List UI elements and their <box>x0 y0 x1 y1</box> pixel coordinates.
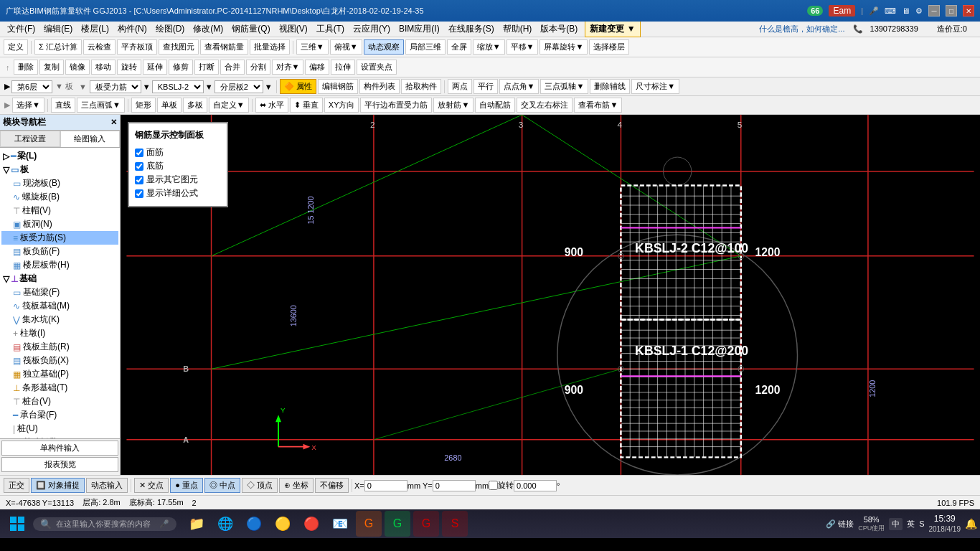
taskbar-email[interactable]: 📧 <box>327 511 353 537</box>
menu-tools[interactable]: 工具(T) <box>312 22 349 37</box>
floor-select[interactable]: 第6层 <box>11 80 52 93</box>
tab-project-settings[interactable]: 工程设置 <box>0 131 60 147</box>
mirror-button[interactable]: 镜像 <box>65 60 90 75</box>
copy-button[interactable]: 复制 <box>39 60 64 75</box>
stretch-button[interactable]: 拉伸 <box>331 60 355 75</box>
tree-item-col-cap[interactable]: ⊤ 柱帽(V) <box>1 204 118 217</box>
dynamic-input-button[interactable]: 动态输入 <box>86 478 128 493</box>
x-input[interactable] <box>364 480 407 491</box>
define-button[interactable]: 定义 <box>4 39 28 55</box>
menu-new-change[interactable]: 新建变更 ▼ <box>585 21 640 37</box>
tree-item-board-rebar-s[interactable]: ≡ 板受力筋(S) <box>1 231 118 245</box>
minimize-button[interactable]: ─ <box>928 5 940 17</box>
menu-draw[interactable]: 绘图(D) <box>151 22 189 37</box>
tree-item-cap-beam[interactable]: ━ 承台梁(F) <box>1 408 118 422</box>
auto-rebar-button[interactable]: 自动配筋 <box>475 98 515 113</box>
tree-item-board-hole[interactable]: ▣ 板洞(N) <box>1 217 118 231</box>
sidebar-close-icon[interactable]: ✕ <box>110 118 117 127</box>
menu-edit[interactable]: 编辑(E) <box>39 22 77 37</box>
set-grip-button[interactable]: 设置夹点 <box>357 60 397 75</box>
trim-button[interactable]: 修剪 <box>169 60 193 75</box>
cross-mark-button[interactable]: 交叉左右标注 <box>517 98 573 113</box>
show-other-checkbox[interactable] <box>135 176 143 184</box>
point-angle-button[interactable]: 点点角▼ <box>499 79 540 94</box>
delete-button[interactable]: 删除 <box>14 60 38 75</box>
menu-file[interactable]: 文件(F) <box>3 22 39 37</box>
3d-view-button[interactable]: 三维▼ <box>296 39 329 55</box>
tree-section-beam[interactable]: ▷ ━ 梁(L) <box>1 149 118 163</box>
vertical-button[interactable]: ⬍ 垂直 <box>290 98 323 113</box>
taskbar-redapp[interactable]: G <box>413 511 439 537</box>
rotate-button[interactable]: 屏幕旋转▼ <box>540 39 588 55</box>
select-mode-button[interactable]: 选择▼ <box>12 98 44 113</box>
tree-item-cast-board[interactable]: ▭ 现浇板(B) <box>1 176 118 190</box>
tree-item-strip-found[interactable]: ⊥ 条形基础(T) <box>1 381 118 395</box>
tree-item-floor-strip[interactable]: ▦ 楼层板带(H) <box>1 258 118 272</box>
menu-version[interactable]: 版本号(B) <box>536 22 582 37</box>
dynamic-view-button[interactable]: 动态观察 <box>364 39 404 55</box>
taskbar-gljd[interactable]: G <box>356 511 382 537</box>
vertex-button[interactable]: ◇ 顶点 <box>242 478 278 493</box>
taskbar-ie[interactable]: 🔵 <box>241 511 267 537</box>
zoom-button[interactable]: 缩放▼ <box>473 39 505 55</box>
time-display[interactable]: 15:39 2018/4/19 <box>929 514 961 534</box>
tab-draw-input[interactable]: 绘图输入 <box>60 131 121 147</box>
taskbar-edge[interactable]: 🌐 <box>212 511 238 537</box>
pan-button[interactable]: 平移▼ <box>507 39 539 55</box>
cloud-check-button[interactable]: 云检查 <box>83 39 116 55</box>
tree-item-spiral-board[interactable]: ∿ 螺旋板(B) <box>1 190 118 204</box>
pick-element-button[interactable]: 拾取构件 <box>401 79 441 94</box>
no-offset-button[interactable]: 不偏移 <box>315 478 349 493</box>
intersection-button[interactable]: ✕ 交点 <box>134 478 169 493</box>
tree-item-raft-main[interactable]: ▤ 筏板主筋(R) <box>1 340 118 354</box>
offset-button[interactable]: 偏移 <box>305 60 329 75</box>
parallel-button[interactable]: 平行 <box>473 79 498 94</box>
two-point-button[interactable]: 两点 <box>448 79 472 94</box>
taskbar-browser3[interactable]: 🔴 <box>298 511 324 537</box>
menu-cloud[interactable]: 云应用(Y) <box>349 22 395 37</box>
menu-element[interactable]: 构件(N) <box>113 22 151 37</box>
three-arc-button[interactable]: 三点弧轴▼ <box>540 79 588 94</box>
single-element-button[interactable]: 单构件输入 <box>1 441 118 456</box>
batch-select-button[interactable]: 批量选择 <box>250 39 290 55</box>
report-preview-button[interactable]: 报表预览 <box>1 457 118 472</box>
custom-button[interactable]: 自定义▼ <box>209 98 249 113</box>
tree-section-board[interactable]: ▽ ▭ 板 <box>1 163 118 176</box>
tree-item-raft[interactable]: ∿ 筏板基础(M) <box>1 299 118 313</box>
y-input[interactable] <box>433 480 476 491</box>
tree-item-raft-neg[interactable]: ▤ 筏板负筋(X) <box>1 354 118 367</box>
maximize-button[interactable]: □ <box>946 5 957 17</box>
center-button[interactable]: ◎ 中点 <box>204 478 240 493</box>
select-floor-button[interactable]: 选择楼层 <box>589 39 629 55</box>
menu-bim[interactable]: BIM应用(I) <box>395 22 444 37</box>
ortho-button[interactable]: 正交 <box>4 478 29 493</box>
extend-button[interactable]: 延伸 <box>143 60 167 75</box>
menu-view[interactable]: 视图(V) <box>275 22 312 37</box>
bottom-rebar-checkbox[interactable] <box>135 162 143 171</box>
view-rebar-button[interactable]: 查看钢筋量 <box>200 39 248 55</box>
taskbar-sapp[interactable]: S <box>442 511 468 537</box>
align-top-button[interactable]: 平齐板顶 <box>117 39 157 55</box>
property-button[interactable]: 🔶 属性 <box>280 79 316 94</box>
radial-button[interactable]: 放射筋▼ <box>433 98 473 113</box>
kbslj-select[interactable]: KBSLJ-2 <box>152 80 204 93</box>
rotate-checkbox[interactable] <box>489 481 498 490</box>
menu-rebar-qty[interactable]: 钢筋量(Q) <box>227 22 274 37</box>
single-slab-button[interactable]: 单板 <box>157 98 182 113</box>
parallel-rebar-button[interactable]: 平行边布置受力筋 <box>360 98 432 113</box>
edit-rebar-button[interactable]: 编辑钢筋 <box>318 79 358 94</box>
break-button[interactable]: 打断 <box>194 60 219 75</box>
fullscreen-button[interactable]: 全屏 <box>447 39 471 55</box>
close-button[interactable]: ✕ <box>963 5 974 17</box>
menu-modify[interactable]: 修改(M) <box>189 22 227 37</box>
cad-canvas-area[interactable]: 钢筋显示控制面板 面筋 底筋 显示其它图元 显示详细公式 <box>121 115 980 475</box>
notification-icon[interactable]: 🔔 <box>965 518 977 529</box>
tree-item-board-rebar-f[interactable]: ▤ 板负筋(F) <box>1 245 118 258</box>
menu-floor[interactable]: 楼层(L) <box>77 22 113 37</box>
menu-online[interactable]: 在线服务(S) <box>444 22 499 37</box>
tree-item-col-block[interactable]: + 柱墩(I) <box>1 326 118 340</box>
tree-section-foundation[interactable]: ▽ ⊥ 基础 <box>1 272 118 286</box>
del-aux-button[interactable]: 删除辅线 <box>590 79 630 94</box>
arc-button[interactable]: 三点画弧▼ <box>77 98 125 113</box>
rotate-input[interactable] <box>514 480 557 491</box>
